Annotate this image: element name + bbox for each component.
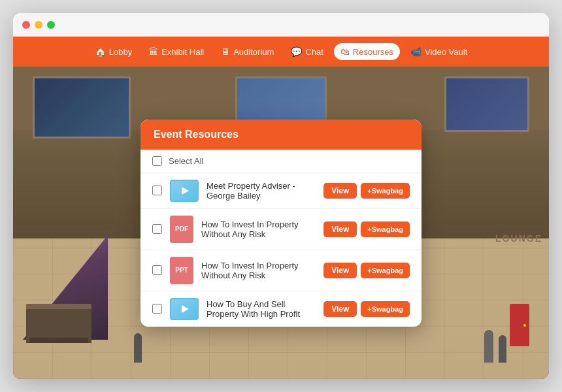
title-bar xyxy=(13,13,549,37)
nav-item-video-vault[interactable]: 📹 Video Vault xyxy=(404,43,474,60)
resource-3-swagbag-button[interactable]: +Swagbag xyxy=(361,263,410,278)
resource-4-name: How To Buy And Sell Property With High P… xyxy=(207,299,316,319)
resource-2-pdf-icon: PDF xyxy=(170,216,193,243)
resource-2-actions: View +Swagbag xyxy=(323,221,410,237)
nav-label-auditorium: Auditorium xyxy=(233,47,274,57)
modal-title: Event Resources xyxy=(154,129,239,140)
chat-icon: 💬 xyxy=(291,46,302,57)
select-all-label: Select All xyxy=(169,156,203,166)
nav-item-chat[interactable]: 💬 Chat xyxy=(284,43,329,60)
select-all-row: Select All xyxy=(140,150,422,173)
resource-1-checkbox[interactable] xyxy=(152,186,162,195)
resource-3-name: How To Invest In Property Without Any Ri… xyxy=(201,261,316,280)
maximize-dot[interactable] xyxy=(47,21,55,29)
modal-overlay: Event Resources Select All xyxy=(13,67,549,379)
select-all-checkbox[interactable] xyxy=(152,156,162,166)
nav-item-exhibit-hall[interactable]: 🏛 Exhibit Hall xyxy=(142,43,210,60)
minimize-dot[interactable] xyxy=(35,21,42,29)
nav-label-video-vault: Video Vault xyxy=(425,47,467,57)
resource-row-2: PDF How To Invest In Property Without An… xyxy=(140,209,422,250)
nav-item-auditorium[interactable]: 🖥 Auditorium xyxy=(214,43,280,60)
home-icon: 🏠 xyxy=(95,46,106,57)
nav-bar: 🏠 Lobby 🏛 Exhibit Hall 🖥 Auditorium 💬 Ch… xyxy=(13,37,549,67)
resource-2-name: How To Invest In Property Without Any Ri… xyxy=(201,220,316,239)
browser-window: 🏠 Lobby 🏛 Exhibit Hall 🖥 Auditorium 💬 Ch… xyxy=(13,13,549,379)
modal-body: Select All Meet Property Adviser - Georg… xyxy=(140,150,422,327)
resource-row-4: How To Buy And Sell Property With High P… xyxy=(140,291,422,327)
resource-2-view-button[interactable]: View xyxy=(323,221,357,237)
resource-1-swagbag-button[interactable]: +Swagbag xyxy=(361,183,410,199)
resource-3-checkbox[interactable] xyxy=(152,265,162,275)
resource-1-name: Meet Property Adviser - George Bailey xyxy=(207,181,316,201)
resource-1-view-button[interactable]: View xyxy=(323,183,357,199)
resource-4-checkbox[interactable] xyxy=(152,304,162,314)
resources-icon: 🛍 xyxy=(340,46,350,57)
resource-4-thumbnail xyxy=(170,298,199,320)
nav-item-lobby[interactable]: 🏠 Lobby xyxy=(88,43,139,60)
modal-header: Event Resources xyxy=(140,120,422,150)
resource-1-thumbnail xyxy=(170,180,199,202)
resource-4-swagbag-button[interactable]: +Swagbag xyxy=(361,301,410,317)
resource-row-3: PPT How To Invest In Property Without An… xyxy=(140,250,422,291)
resource-2-swagbag-button[interactable]: +Swagbag xyxy=(361,221,410,237)
resource-4-actions: View +Swagbag xyxy=(323,301,410,317)
video-vault-icon: 📹 xyxy=(410,46,422,57)
nav-label-chat: Chat xyxy=(305,47,323,57)
resource-4-view-button[interactable]: View xyxy=(323,301,357,317)
nav-item-resources[interactable]: 🛍 Resourses xyxy=(334,43,400,60)
nav-label-resources: Resourses xyxy=(353,47,393,57)
exhibit-icon: 🏛 xyxy=(149,46,158,57)
nav-label-exhibit-hall: Exhibit Hall xyxy=(161,47,204,57)
main-content: 🏠 Lobby 🏛 Exhibit Hall 🖥 Auditorium 💬 Ch… xyxy=(13,37,549,379)
resource-row-1: Meet Property Adviser - George Bailey Vi… xyxy=(140,173,422,209)
resource-1-actions: View +Swagbag xyxy=(323,183,410,199)
close-dot[interactable] xyxy=(22,21,30,29)
resource-3-view-button[interactable]: View xyxy=(323,263,357,278)
resource-3-ppt-icon: PPT xyxy=(170,257,193,284)
event-resources-modal: Event Resources Select All xyxy=(140,120,422,327)
resource-3-actions: View +Swagbag xyxy=(323,263,410,278)
nav-label-lobby: Lobby xyxy=(109,47,132,57)
auditorium-icon: 🖥 xyxy=(221,46,230,57)
resource-2-checkbox[interactable] xyxy=(152,224,162,234)
